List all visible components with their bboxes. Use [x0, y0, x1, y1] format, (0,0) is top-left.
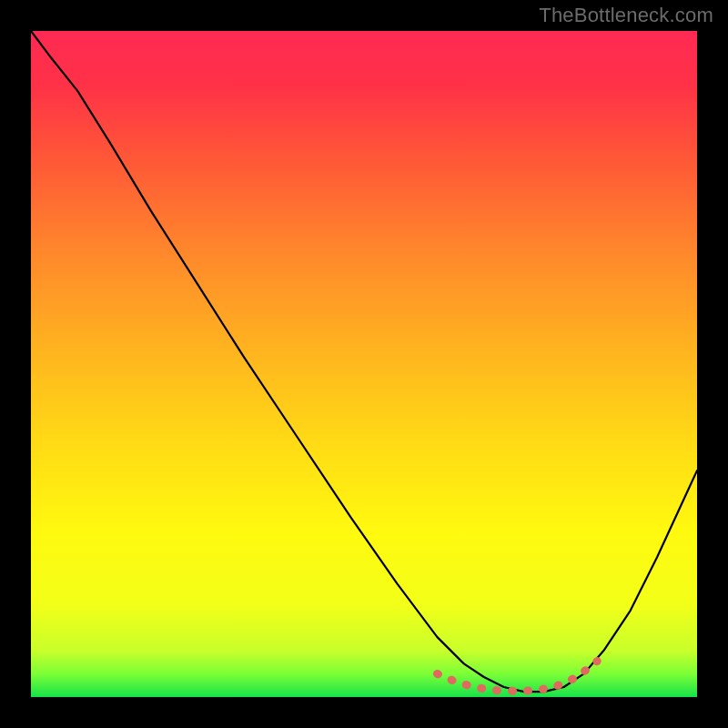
plot-gradient — [31, 31, 697, 697]
chart-svg — [0, 0, 728, 728]
attribution-text: TheBottleneck.com — [539, 4, 713, 27]
chart-stage: TheBottleneck.com — [0, 0, 728, 728]
